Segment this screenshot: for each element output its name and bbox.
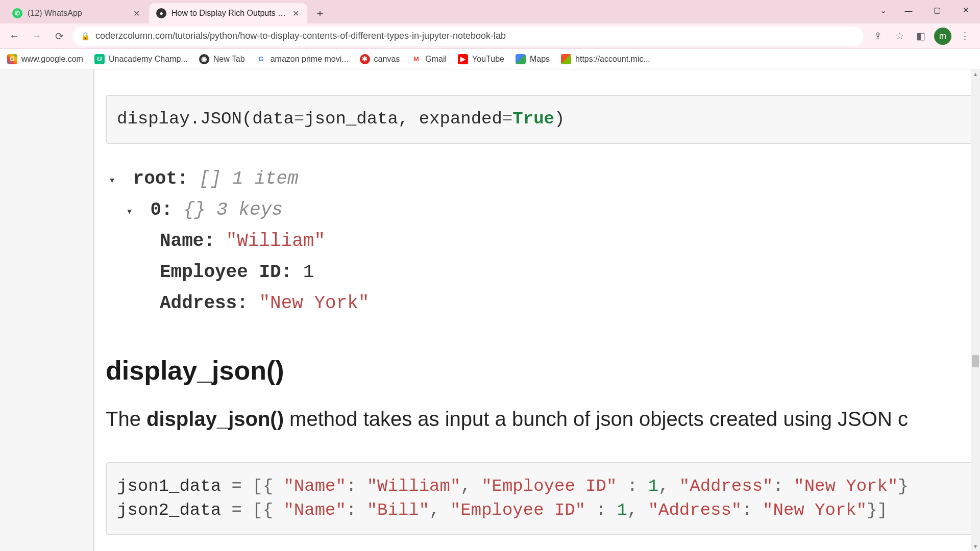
code-text: json2_data <box>117 500 231 520</box>
code-line: json2_data = [{ "Name": "Bill", "Employe… <box>117 498 969 523</box>
bookmark-label: Gmail <box>425 55 447 64</box>
vertical-scrollbar[interactable]: ▴ ▾ <box>971 69 980 551</box>
gmail-icon: M <box>411 54 421 64</box>
json-meta: {} 3 keys <box>183 199 282 220</box>
bookmark-microsoft[interactable]: https://account.mic... <box>561 54 650 64</box>
tab-active[interactable]: ● How to Display Rich Outputs (im ✕ <box>149 3 307 23</box>
whatsapp-icon: ✆ <box>12 8 22 18</box>
json-value: 1 <box>303 262 314 283</box>
code-text: 1 <box>648 477 658 496</box>
left-gutter <box>0 69 94 551</box>
bookmark-google[interactable]: Gwww.google.com <box>7 54 83 64</box>
code-text: json_data, expanded <box>304 109 502 129</box>
json-key: Address: <box>160 293 248 314</box>
code-text: "Employee ID" <box>481 477 617 496</box>
para-bold: display_json() <box>146 408 284 430</box>
code-text: = [{ <box>231 477 283 496</box>
close-icon[interactable]: ✕ <box>132 9 141 18</box>
code-text: True <box>512 109 554 129</box>
window-controls: ⌄ ― ▢ ✕ <box>872 0 980 20</box>
json-tree-row: Address: "New York" <box>109 288 980 319</box>
code-text: , <box>429 500 450 520</box>
sidepanel-icon[interactable]: ◧ <box>911 26 931 46</box>
forward-button[interactable]: → <box>28 27 46 45</box>
code-text: : <box>617 477 648 496</box>
code-text: = [{ <box>231 500 283 520</box>
close-icon[interactable]: ✕ <box>291 9 300 18</box>
minimize-button[interactable]: ― <box>894 0 923 20</box>
toolbar-right: ⇪ ☆ ◧ m ⋮ <box>868 26 975 46</box>
close-window-button[interactable]: ✕ <box>951 0 980 20</box>
code-text: "Name" <box>283 500 346 520</box>
json-key: root: <box>133 168 188 189</box>
bookmark-maps[interactable]: Maps <box>516 54 550 64</box>
code-text: , <box>658 477 679 496</box>
json-tree-row: Employee ID: 1 <box>109 257 980 288</box>
json-tree-row: Name: "William" <box>109 226 980 257</box>
code-text: : <box>585 500 617 520</box>
scroll-down-icon[interactable]: ▾ <box>971 542 980 551</box>
json-meta: [] 1 item <box>199 168 298 189</box>
code-text: json1_data <box>117 477 231 496</box>
reload-button[interactable]: ⟳ <box>50 27 68 45</box>
share-icon[interactable]: ⇪ <box>868 26 888 46</box>
code-text: ) <box>554 109 565 129</box>
code-text: }] <box>867 500 888 520</box>
bookmark-label: canvas <box>374 55 400 64</box>
triangle-down-icon[interactable]: ▾ <box>126 203 139 221</box>
globe-icon: ◉ <box>199 54 209 64</box>
back-button[interactable]: ← <box>5 27 23 45</box>
google-icon: G <box>7 54 17 64</box>
code-text: , <box>460 477 481 496</box>
code-text: "Name" <box>283 477 346 496</box>
bookmark-label: New Tab <box>213 55 245 64</box>
new-tab-button[interactable]: + <box>311 5 329 22</box>
json-tree-output: ▾ root: [] 1 item ▾ 0: {} 3 keys Name: "… <box>106 163 980 319</box>
menu-icon[interactable]: ⋮ <box>954 26 975 46</box>
code-text: "Bill" <box>367 500 429 520</box>
chevron-down-icon[interactable]: ⌄ <box>872 0 894 20</box>
url-text: coderzcolumn.com/tutorials/python/how-to… <box>95 31 855 41</box>
code-text: "New York" <box>763 500 867 520</box>
code-text: : <box>773 477 794 496</box>
canvas-icon: ✱ <box>360 54 370 64</box>
bookmark-gmail[interactable]: MGmail <box>411 54 447 64</box>
code-text: "William" <box>367 477 461 496</box>
bookmark-youtube[interactable]: ▶YouTube <box>458 54 504 64</box>
scrollbar-thumb[interactable] <box>972 355 979 367</box>
json-value: "New York" <box>259 293 369 314</box>
bookmark-amazon[interactable]: Gamazon prime movi... <box>256 54 349 64</box>
para-text: The <box>106 408 146 430</box>
bookmark-unacademy[interactable]: UUnacademy Champ... <box>94 54 188 64</box>
code-text: 1 <box>617 500 627 520</box>
youtube-icon: ▶ <box>458 54 468 64</box>
bookmark-label: YouTube <box>472 55 504 64</box>
json-key: Name: <box>160 231 215 252</box>
json-tree-index[interactable]: ▾ 0: {} 3 keys <box>109 194 980 226</box>
triangle-down-icon[interactable]: ▾ <box>109 171 122 190</box>
json-key: Employee ID: <box>160 262 292 283</box>
tab-strip: ✆ (12) WhatsApp ✕ ● How to Display Rich … <box>0 0 980 23</box>
code-text: "Address" <box>648 500 742 520</box>
code-text: "Employee ID" <box>450 500 585 520</box>
bookmark-label: Unacademy Champ... <box>109 55 188 64</box>
star-icon[interactable]: ☆ <box>889 26 910 46</box>
scroll-up-icon[interactable]: ▴ <box>971 69 980 79</box>
code-line: json1_data = [{ "Name": "William", "Empl… <box>117 474 969 499</box>
code-text: = <box>294 109 304 129</box>
bookmark-label: https://account.mic... <box>575 55 650 64</box>
address-bar[interactable]: 🔒 coderzcolumn.com/tutorials/python/how-… <box>72 27 864 46</box>
maximize-button[interactable]: ▢ <box>923 0 951 20</box>
avatar[interactable]: m <box>934 28 951 45</box>
lock-icon: 🔒 <box>81 32 90 41</box>
code-text: } <box>898 477 908 496</box>
bookmark-canvas[interactable]: ✱canvas <box>360 54 400 64</box>
tab-whatsapp[interactable]: ✆ (12) WhatsApp ✕ <box>5 3 148 23</box>
code-text: , <box>627 500 648 520</box>
code-text: display.JSON(data <box>117 109 294 129</box>
microsoft-icon <box>561 54 571 64</box>
code-text: : <box>346 477 367 496</box>
code-block-json-data: json1_data = [{ "Name": "William", "Empl… <box>106 462 980 535</box>
bookmark-newtab[interactable]: ◉New Tab <box>199 54 245 64</box>
json-tree-root[interactable]: ▾ root: [] 1 item <box>109 163 980 194</box>
